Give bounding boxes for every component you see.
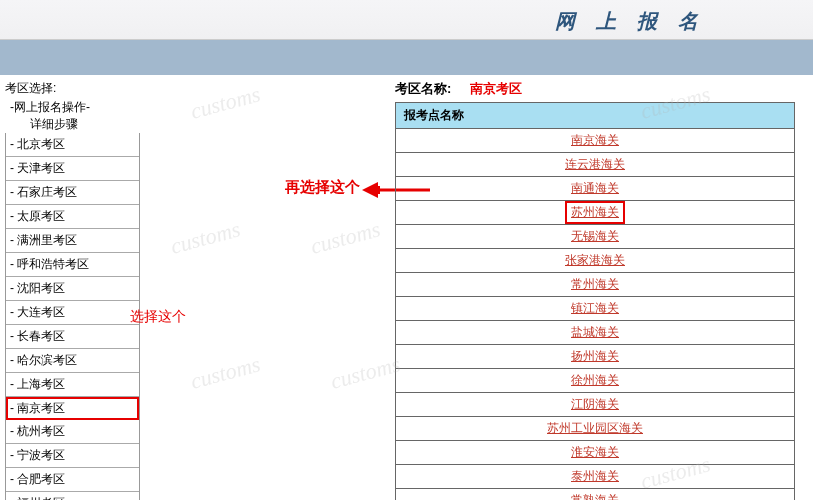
table-row: 常州海关	[396, 273, 795, 297]
banner-stripe	[0, 40, 813, 75]
main-panel: 考区名称: 南京考区 报考点名称 南京海关连云港海关南通海关苏州海关无锡海关张家…	[395, 80, 808, 500]
watermark: customs	[168, 216, 243, 259]
point-link[interactable]: 无锡海关	[571, 229, 619, 243]
top-banner: 网 上 报 名	[0, 0, 813, 40]
annotation-select-this: 选择这个	[130, 308, 186, 326]
zone-item[interactable]: - 太原考区	[6, 205, 139, 229]
sidebar-sub2: 详细步骤	[5, 116, 140, 133]
zone-item[interactable]: - 满洲里考区	[6, 229, 139, 253]
point-link[interactable]: 南通海关	[571, 181, 619, 195]
table-row: 苏州工业园区海关	[396, 417, 795, 441]
points-column-header: 报考点名称	[396, 103, 795, 129]
zone-item[interactable]: - 呼和浩特考区	[6, 253, 139, 277]
table-row: 盐城海关	[396, 321, 795, 345]
table-row: 徐州海关	[396, 369, 795, 393]
sidebar-sub1: -网上报名操作-	[5, 99, 140, 116]
zone-item[interactable]: - 福州考区	[6, 492, 139, 500]
zone-item[interactable]: - 宁波考区	[6, 444, 139, 468]
point-link[interactable]: 常熟海关	[571, 493, 619, 500]
point-link[interactable]: 泰州海关	[571, 469, 619, 483]
zone-heading: 考区名称: 南京考区	[395, 80, 808, 98]
point-link[interactable]: 苏州海关	[571, 205, 619, 219]
point-link[interactable]: 张家港海关	[565, 253, 625, 267]
point-link[interactable]: 南京海关	[571, 133, 619, 147]
point-link[interactable]: 扬州海关	[571, 349, 619, 363]
point-link[interactable]: 常州海关	[571, 277, 619, 291]
point-link[interactable]: 淮安海关	[571, 445, 619, 459]
zone-list[interactable]: - 北京考区- 天津考区- 石家庄考区- 太原考区- 满洲里考区- 呼和浩特考区…	[5, 133, 140, 500]
point-link[interactable]: 苏州工业园区海关	[547, 421, 643, 435]
zone-item[interactable]: - 石家庄考区	[6, 181, 139, 205]
zone-item[interactable]: - 沈阳考区	[6, 277, 139, 301]
table-row: 苏州海关	[396, 201, 795, 225]
zone-value: 南京考区	[470, 81, 522, 96]
table-row: 张家港海关	[396, 249, 795, 273]
zone-item[interactable]: - 上海考区	[6, 373, 139, 397]
annotation-then-select: 再选择这个	[285, 178, 360, 197]
zone-item[interactable]: - 哈尔滨考区	[6, 349, 139, 373]
watermark: customs	[308, 216, 383, 259]
table-row: 镇江海关	[396, 297, 795, 321]
zone-item[interactable]: - 大连考区	[6, 301, 139, 325]
point-link[interactable]: 连云港海关	[565, 157, 625, 171]
table-row: 扬州海关	[396, 345, 795, 369]
table-row: 南京海关	[396, 129, 795, 153]
point-link[interactable]: 盐城海关	[571, 325, 619, 339]
point-link[interactable]: 镇江海关	[571, 301, 619, 315]
sidebar: 考区选择: -网上报名操作- 详细步骤 - 北京考区- 天津考区- 石家庄考区-…	[5, 80, 140, 498]
page-title: 网 上 报 名	[555, 8, 706, 35]
zone-item[interactable]: - 天津考区	[6, 157, 139, 181]
zone-label: 考区名称:	[395, 81, 451, 96]
zone-item[interactable]: - 北京考区	[6, 133, 139, 157]
svg-rect-2	[374, 186, 380, 194]
watermark: customs	[328, 351, 403, 394]
zone-item[interactable]: - 南京考区	[6, 397, 139, 420]
table-row: 无锡海关	[396, 225, 795, 249]
watermark: customs	[188, 351, 263, 394]
zone-item[interactable]: - 长春考区	[6, 325, 139, 349]
table-row: 常熟海关	[396, 489, 795, 501]
zone-item[interactable]: - 合肥考区	[6, 468, 139, 492]
table-row: 江阴海关	[396, 393, 795, 417]
table-row: 淮安海关	[396, 441, 795, 465]
table-row: 南通海关	[396, 177, 795, 201]
table-row: 泰州海关	[396, 465, 795, 489]
watermark: customs	[188, 81, 263, 124]
point-link[interactable]: 江阴海关	[571, 397, 619, 411]
points-table: 报考点名称 南京海关连云港海关南通海关苏州海关无锡海关张家港海关常州海关镇江海关…	[395, 102, 795, 500]
zone-item[interactable]: - 杭州考区	[6, 420, 139, 444]
table-row: 连云港海关	[396, 153, 795, 177]
sidebar-header: 考区选择:	[5, 80, 140, 97]
point-link[interactable]: 徐州海关	[571, 373, 619, 387]
